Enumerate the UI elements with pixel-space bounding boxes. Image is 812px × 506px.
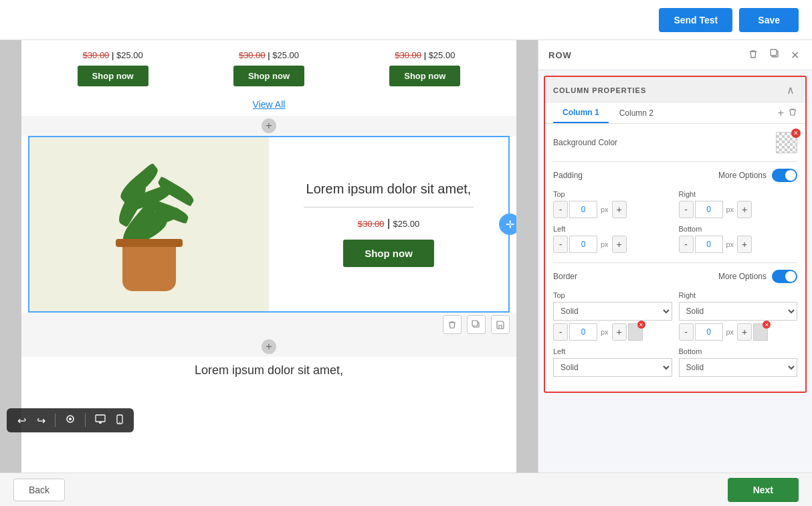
padding-top-input-group: - px +	[553, 201, 672, 218]
border-right-color-clear[interactable]: ✕	[763, 321, 771, 329]
border-top-color-swatch[interactable]: ✕	[628, 323, 643, 341]
col-props-header-actions: ∧	[784, 82, 797, 98]
divider-1	[553, 161, 797, 162]
send-test-button[interactable]: Send Test	[659, 8, 732, 32]
next-lorem-text: Lorem ipsum dolor sit amet,	[35, 363, 503, 377]
mobile-view-button[interactable]	[112, 412, 127, 429]
svg-rect-4	[96, 415, 105, 422]
product-card-2: $30.00 | $25.00 Shop now	[199, 50, 339, 86]
toolbar-divider-1	[55, 414, 56, 427]
border-right-color-swatch[interactable]: ✕	[753, 323, 768, 341]
padding-bottom-plus[interactable]: +	[737, 236, 752, 253]
border-right-plus[interactable]: +	[737, 323, 752, 341]
price-old-2: $30.00	[239, 50, 266, 60]
border-top-plus[interactable]: +	[612, 323, 627, 341]
border-toggle[interactable]	[772, 270, 797, 283]
border-grid: Top Solid - px + ✕	[553, 291, 797, 341]
undo-button[interactable]: ↩	[13, 412, 30, 429]
featured-content-column: Lorem ipsum dolor sit amet, $30.00 | $25…	[269, 137, 508, 311]
padding-bottom-input[interactable]	[695, 236, 723, 253]
save-row-button[interactable]	[491, 315, 510, 334]
panel-delete-button[interactable]	[745, 47, 761, 63]
preview-button[interactable]	[61, 412, 80, 429]
padding-bottom-label: Bottom	[679, 225, 798, 233]
add-column-button[interactable]: +	[778, 107, 784, 119]
panel-header: ROW ✕	[538, 40, 812, 70]
add-row-plus-button[interactable]: +	[262, 118, 276, 133]
bg-color-clear-button[interactable]: ✕	[791, 129, 801, 138]
featured-shop-now-button[interactable]: Shop now	[343, 240, 434, 267]
border-label: Border	[553, 272, 620, 281]
border-top-input[interactable]	[569, 323, 597, 341]
col-props-title: COLUMN PROPERTIES	[553, 86, 646, 94]
column-properties-panel: COLUMN PROPERTIES ∧ Column 1 Column 2 +	[544, 76, 807, 393]
padding-right-input-group: - px +	[679, 201, 798, 218]
border-right-select[interactable]: Solid	[679, 302, 798, 321]
background-color-row: Background Color ✕	[553, 132, 797, 153]
border-top-color-clear[interactable]: ✕	[637, 321, 645, 329]
col-tab-actions: +	[778, 107, 797, 119]
padding-right-input[interactable]	[695, 201, 723, 218]
save-button[interactable]: Save	[739, 8, 799, 32]
add-row-below-plus-button[interactable]: +	[262, 339, 276, 354]
price-old-1: $30.00	[83, 50, 110, 60]
shop-now-button-1[interactable]: Shop now	[78, 66, 148, 86]
padding-top-input[interactable]	[569, 201, 597, 218]
panel-duplicate-button[interactable]	[767, 47, 783, 63]
add-row-above: +	[21, 116, 516, 136]
plant-image	[89, 151, 209, 298]
border-right-input[interactable]	[695, 323, 723, 341]
delete-column-button[interactable]	[788, 107, 797, 119]
padding-top-minus[interactable]: -	[553, 201, 568, 218]
padding-right-unit: px	[726, 205, 734, 214]
panel-close-button[interactable]: ✕	[788, 48, 802, 63]
border-top-minus[interactable]: -	[553, 323, 568, 341]
tab-column-2[interactable]: Column 2	[610, 104, 663, 122]
product-price-1: $30.00 | $25.00	[43, 50, 183, 60]
padding-left-input[interactable]	[569, 236, 597, 253]
move-icon[interactable]: ✛	[499, 214, 516, 235]
featured-price-old: $30.00	[358, 219, 385, 229]
border-left-item: Left Solid	[553, 347, 672, 377]
price-separator-1: |	[112, 50, 116, 60]
back-button[interactable]: Back	[13, 479, 65, 501]
col-props-collapse-button[interactable]: ∧	[784, 82, 797, 98]
padding-bottom-minus[interactable]: -	[679, 236, 694, 253]
toolbar-divider-2	[85, 414, 86, 427]
col-tab-bar: Column 1 Column 2 +	[545, 103, 805, 124]
padding-right-minus[interactable]: -	[679, 201, 694, 218]
padding-bottom-item: Bottom - px +	[679, 225, 798, 253]
border-bottom-item: Bottom Solid	[679, 347, 798, 377]
border-right-label: Right	[679, 291, 798, 299]
padding-left-plus[interactable]: +	[612, 236, 627, 253]
duplicate-row-button[interactable]	[467, 315, 486, 334]
padding-right-plus[interactable]: +	[737, 201, 752, 218]
padding-right-label: Right	[679, 190, 798, 198]
padding-top-plus[interactable]: +	[612, 201, 627, 218]
right-panel: ROW ✕ COLUMN PROPERTIES ∧	[538, 40, 812, 473]
border-bottom-grid: Left Solid Bottom Solid	[553, 347, 797, 377]
padding-right-item: Right - px +	[679, 190, 798, 218]
price-old-3: $30.00	[395, 50, 421, 60]
price-separator-3: |	[424, 50, 429, 60]
canvas-area: $30.00 | $25.00 Shop now $30.00 | $25.00…	[0, 40, 538, 473]
redo-button[interactable]: ↪	[33, 412, 49, 429]
view-all-link[interactable]: View All	[253, 99, 286, 110]
padding-left-minus[interactable]: -	[553, 236, 568, 253]
next-section: Lorem ipsum dolor sit amet,	[21, 357, 516, 384]
border-right-minus[interactable]: -	[679, 323, 694, 341]
border-left-select[interactable]: Solid	[553, 358, 672, 377]
bg-color-swatch[interactable]: ✕	[776, 132, 797, 153]
product-price-3: $30.00 | $25.00	[354, 50, 495, 60]
shop-now-button-3[interactable]: Shop now	[389, 66, 460, 86]
next-button[interactable]: Next	[728, 478, 799, 502]
shop-now-button-2[interactable]: Shop now	[233, 66, 304, 86]
border-top-select[interactable]: Solid	[553, 302, 672, 321]
delete-row-button[interactable]	[443, 315, 462, 334]
desktop-view-button[interactable]	[91, 412, 110, 428]
plant-leaves	[96, 151, 203, 251]
padding-toggle[interactable]	[772, 169, 797, 182]
tab-column-1[interactable]: Column 1	[553, 103, 609, 123]
padding-top-unit: px	[601, 205, 609, 214]
border-bottom-select[interactable]: Solid	[679, 358, 798, 377]
